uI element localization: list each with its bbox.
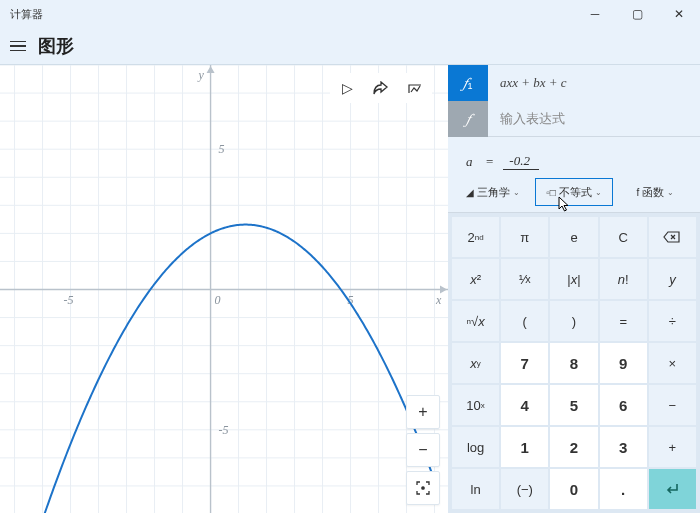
key-=[interactable]: = [600, 301, 647, 341]
key-ln[interactable]: ln [452, 469, 499, 509]
category-三角学[interactable]: ◢三角学⌄ [454, 178, 531, 206]
function-expression[interactable]: axx + bx + c [488, 65, 700, 101]
key-÷[interactable]: ÷ [649, 301, 696, 341]
key-−[interactable]: − [649, 385, 696, 425]
key-x²[interactable]: x² [452, 259, 499, 299]
key-+[interactable]: + [649, 427, 696, 467]
key-log[interactable]: log [452, 427, 499, 467]
key-9[interactable]: 9 [600, 343, 647, 383]
key-4[interactable]: 4 [501, 385, 548, 425]
key-|x|[interactable]: |x| [550, 259, 597, 299]
zoom-out-button[interactable]: − [406, 433, 440, 467]
category-函数[interactable]: f函数⌄ [617, 178, 694, 206]
key-2ⁿᵈ[interactable]: 2nd [452, 217, 499, 257]
var-name: a [466, 154, 476, 170]
key-([interactable]: ( [501, 301, 548, 341]
minimize-button[interactable]: ─ [574, 0, 616, 28]
settings-tool[interactable] [398, 73, 432, 103]
function-badge: 𝑓1 [448, 65, 488, 101]
key-5[interactable]: 5 [550, 385, 597, 425]
key-↵[interactable] [649, 469, 696, 509]
key-e[interactable]: e [550, 217, 597, 257]
plot-area[interactable]: ▷ + − [0, 64, 448, 513]
zoom-in-button[interactable]: + [406, 395, 440, 429]
key-0[interactable]: 0 [550, 469, 597, 509]
key-y[interactable]: y [649, 259, 696, 299]
key-π[interactable]: π [501, 217, 548, 257]
page-title: 图形 [38, 34, 74, 58]
maximize-button[interactable]: ▢ [616, 0, 658, 28]
key-3[interactable]: 3 [600, 427, 647, 467]
key-xʸ[interactable]: xy [452, 343, 499, 383]
close-button[interactable]: ✕ [658, 0, 700, 28]
share-tool[interactable] [364, 73, 398, 103]
key-n![interactable]: n! [600, 259, 647, 299]
key-1[interactable]: 1 [501, 427, 548, 467]
zoom-fit-button[interactable] [406, 471, 440, 505]
key-)[interactable]: ) [550, 301, 597, 341]
function-badge: 𝑓 [448, 101, 488, 137]
function-placeholder[interactable]: 输入表达式 [488, 101, 700, 137]
function-row-new[interactable]: 𝑓 输入表达式 [448, 101, 700, 137]
key-C[interactable]: C [600, 217, 647, 257]
key-.[interactable]: . [600, 469, 647, 509]
key-⌫[interactable] [649, 217, 696, 257]
svg-point-0 [422, 487, 424, 489]
function-row-1[interactable]: 𝑓1 axx + bx + c [448, 65, 700, 101]
key-⁽⁻⁾[interactable]: (−) [501, 469, 548, 509]
category-不等式[interactable]: ▫□不等式⌄ [535, 178, 612, 206]
var-equals: = [486, 154, 493, 170]
cursor-tool[interactable]: ▷ [330, 73, 364, 103]
variable-row[interactable]: a = -0.2 [448, 137, 700, 178]
key-6[interactable]: 6 [600, 385, 647, 425]
key-8[interactable]: 8 [550, 343, 597, 383]
var-value[interactable]: -0.2 [503, 153, 539, 170]
menu-button[interactable] [10, 41, 26, 52]
key-ⁿ√x[interactable]: n√x [452, 301, 499, 341]
key-7[interactable]: 7 [501, 343, 548, 383]
key-×[interactable]: × [649, 343, 696, 383]
key-10ˣ[interactable]: 10x [452, 385, 499, 425]
key-2[interactable]: 2 [550, 427, 597, 467]
app-name: 计算器 [10, 7, 43, 22]
key-¹⁄ₓ[interactable]: ¹⁄x [501, 259, 548, 299]
